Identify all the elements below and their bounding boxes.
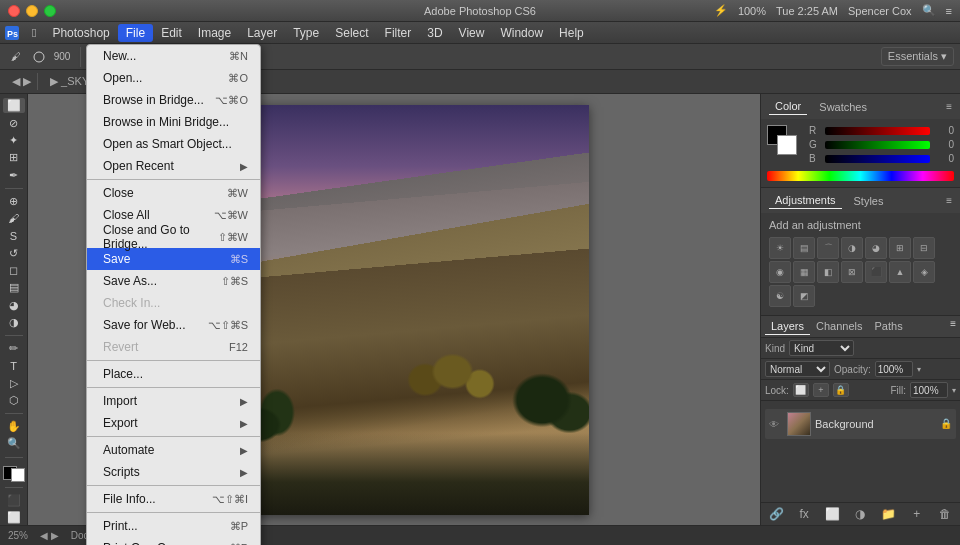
menu-file-info[interactable]: File Info... ⌥⇧⌘I [87, 488, 260, 510]
menu-browse-bridge[interactable]: Browse in Bridge... ⌥⌘O [87, 89, 260, 111]
r-slider[interactable] [825, 127, 930, 135]
tab-adjustments[interactable]: Adjustments [769, 192, 842, 209]
adj-color-lookup[interactable]: ⊠ [841, 261, 863, 283]
menu-icon[interactable]: ≡ [946, 5, 952, 17]
background-color[interactable] [11, 468, 25, 482]
minimize-button[interactable] [26, 5, 38, 17]
nav-arrows[interactable]: ◀ ▶ [6, 73, 38, 90]
menu-apple[interactable]:  [24, 24, 44, 42]
menu-image[interactable]: Image [190, 24, 239, 42]
layer-visibility[interactable]: 👁 [769, 419, 783, 430]
tool-eyedropper[interactable]: ✒ [3, 167, 25, 182]
new-group-btn[interactable]: 📁 [880, 506, 898, 522]
adj-invert[interactable]: ⬛ [865, 261, 887, 283]
menu-filter[interactable]: Filter [377, 24, 420, 42]
tool-history-brush[interactable]: ↺ [3, 245, 25, 260]
menu-print-one-copy[interactable]: Print One Copy ⌥⌘P [87, 537, 260, 545]
adj-photo-filter[interactable]: ▦ [793, 261, 815, 283]
fill-triangle[interactable]: ▾ [952, 386, 956, 395]
color-swatches[interactable] [3, 466, 25, 481]
menu-help[interactable]: Help [551, 24, 592, 42]
adj-exposure[interactable]: ◑ [841, 237, 863, 259]
tool-eraser[interactable]: ◻ [3, 263, 25, 278]
tool-spot-heal[interactable]: ⊕ [3, 193, 25, 208]
search-icon[interactable]: 🔍 [922, 4, 936, 17]
fill-input[interactable] [910, 382, 948, 398]
color-panel-menu[interactable]: ≡ [946, 101, 952, 112]
close-button[interactable] [8, 5, 20, 17]
tool-shape[interactable]: ⬡ [3, 393, 25, 408]
tool-size[interactable] [29, 47, 49, 67]
traffic-lights[interactable] [8, 5, 56, 17]
menu-edit[interactable]: Edit [153, 24, 190, 42]
brush-tool-btn[interactable]: 🖌 [6, 47, 26, 67]
tab-paths[interactable]: Paths [869, 318, 909, 335]
menu-layer[interactable]: Layer [239, 24, 285, 42]
menu-select[interactable]: Select [327, 24, 376, 42]
tool-quick-select[interactable]: ✦ [3, 133, 25, 148]
tool-hand[interactable]: ✋ [3, 419, 25, 434]
lock-pixels[interactable]: ⬜ [793, 383, 809, 397]
menu-browse-mini-bridge[interactable]: Browse in Mini Bridge... [87, 111, 260, 133]
essentials-btn[interactable]: Essentials ▾ [881, 47, 954, 66]
adj-selective-color[interactable]: ◩ [793, 285, 815, 307]
adj-threshold[interactable]: ◈ [913, 261, 935, 283]
opacity-triangle[interactable]: ▾ [917, 365, 921, 374]
tool-zoom[interactable]: 🔍 [3, 436, 25, 451]
adj-color-balance[interactable]: ⊟ [913, 237, 935, 259]
opacity-input[interactable] [875, 361, 913, 377]
tool-dodge[interactable]: ◑ [3, 315, 25, 330]
menu-close-and-go-bridge[interactable]: Close and Go to Bridge... ⇧⌘W [87, 226, 260, 248]
menu-save[interactable]: Save ⌘S [87, 248, 260, 270]
tool-pen[interactable]: ✏ [3, 341, 25, 356]
menu-print[interactable]: Print... ⌘P [87, 515, 260, 537]
menu-place[interactable]: Place... [87, 363, 260, 385]
menu-type[interactable]: Type [285, 24, 327, 42]
tool-blur[interactable]: ◕ [3, 297, 25, 312]
adj-black-white[interactable]: ◉ [769, 261, 791, 283]
tool-text[interactable]: T [3, 358, 25, 373]
tab-channels[interactable]: Channels [810, 318, 868, 335]
tool-crop[interactable]: ⊞ [3, 150, 25, 165]
lock-position[interactable]: + [813, 383, 829, 397]
adj-hue-sat[interactable]: ⊞ [889, 237, 911, 259]
menu-automate[interactable]: Automate ▶ [87, 439, 260, 461]
nav-arrows-status[interactable]: ◀ ▶ [40, 530, 59, 541]
menu-3d[interactable]: 3D [419, 24, 450, 42]
menu-export[interactable]: Export ▶ [87, 412, 260, 434]
b-slider[interactable] [825, 155, 930, 163]
adj-channel-mixer[interactable]: ◧ [817, 261, 839, 283]
layers-panel-menu[interactable]: ≡ [950, 318, 956, 335]
menu-scripts[interactable]: Scripts ▶ [87, 461, 260, 483]
color-fg-bg[interactable] [767, 125, 797, 155]
screen-mode-btn[interactable]: ⬜ [3, 510, 25, 525]
quick-mask-btn[interactable]: ⬛ [3, 492, 25, 507]
menu-close[interactable]: Close ⌘W [87, 182, 260, 204]
blend-mode-select[interactable]: Normal [765, 361, 830, 377]
tab-swatches[interactable]: Swatches [813, 99, 873, 115]
menu-open-smart-object[interactable]: Open as Smart Object... [87, 133, 260, 155]
tab-layers[interactable]: Layers [765, 318, 810, 335]
g-slider[interactable] [825, 141, 930, 149]
adj-panel-menu[interactable]: ≡ [946, 195, 952, 206]
tool-path[interactable]: ▷ [3, 376, 25, 391]
add-mask-btn[interactable]: ⬜ [823, 506, 841, 522]
lock-all[interactable]: 🔒 [833, 383, 849, 397]
menu-open-recent[interactable]: Open Recent ▶ [87, 155, 260, 177]
menu-new[interactable]: New... ⌘N [87, 45, 260, 67]
kind-select[interactable]: Kind [789, 340, 854, 356]
tab-color[interactable]: Color [769, 98, 807, 115]
spectrum-bar[interactable] [767, 171, 954, 181]
tool-gradient[interactable]: ▤ [3, 280, 25, 295]
menu-save-as[interactable]: Save As... ⇧⌘S [87, 270, 260, 292]
menu-open[interactable]: Open... ⌘O [87, 67, 260, 89]
menu-save-for-web[interactable]: Save for Web... ⌥⇧⌘S [87, 314, 260, 336]
new-layer-btn[interactable]: + [908, 506, 926, 522]
delete-layer-btn[interactable]: 🗑 [936, 506, 954, 522]
menu-import[interactable]: Import ▶ [87, 390, 260, 412]
new-adj-layer-btn[interactable]: ◑ [851, 506, 869, 522]
menu-window[interactable]: Window [492, 24, 551, 42]
adj-levels[interactable]: ▤ [793, 237, 815, 259]
menu-file[interactable]: File [118, 24, 153, 42]
adj-vibrance[interactable]: ◕ [865, 237, 887, 259]
